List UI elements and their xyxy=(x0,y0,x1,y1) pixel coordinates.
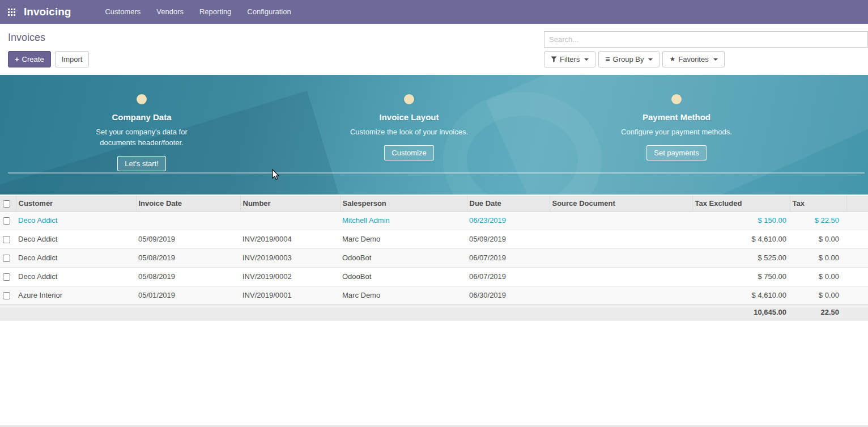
onboarding-step-payment-method: Payment Method Configure your payment me… xyxy=(543,94,810,171)
search-input[interactable] xyxy=(544,31,868,48)
filter-icon xyxy=(551,56,557,62)
onboarding-step-invoice-layout: Invoice Layout Customize the look of you… xyxy=(275,94,543,171)
row-spacer xyxy=(846,230,868,248)
step-title: Invoice Layout xyxy=(379,112,439,122)
cell-invoice-date: 05/09/2019 xyxy=(136,230,240,248)
group-by-button[interactable]: ≡ Group By xyxy=(598,51,659,67)
cell-salesperson: OdooBot xyxy=(340,248,467,267)
cell-tax: $ 0.00 xyxy=(790,267,846,286)
col-source-document[interactable]: Source Document xyxy=(550,196,692,211)
cell-source-document xyxy=(550,211,692,230)
step-dot xyxy=(671,94,682,104)
cell-tax-excluded: $ 525.00 xyxy=(692,248,790,267)
row-checkbox[interactable] xyxy=(3,217,10,225)
col-tax[interactable]: Tax xyxy=(790,196,846,211)
invoice-table: Customer Invoice Date Number Salesperson… xyxy=(0,196,868,320)
step-title: Company Data xyxy=(112,112,171,122)
onboarding-panel: Company Data Set your company's data for… xyxy=(0,75,868,195)
apps-menu-button[interactable] xyxy=(0,0,23,24)
search-options-row: Filters ≡ Group By ★ Favorites xyxy=(544,51,868,67)
cell-tax: $ 0.00 xyxy=(790,230,846,248)
invoice-row[interactable]: Azure Interior 05/01/2019 INV/2019/0001 … xyxy=(0,286,868,305)
row-checkbox[interactable] xyxy=(3,273,10,281)
cell-source-document xyxy=(550,248,692,267)
cell-due-date: 06/23/2019 xyxy=(467,211,550,230)
col-invoice-date[interactable]: Invoice Date xyxy=(136,196,240,211)
favorites-button[interactable]: ★ Favorites xyxy=(662,51,724,67)
onboarding-step-company-data: Company Data Set your company's data for… xyxy=(8,94,275,171)
cell-select xyxy=(0,267,16,286)
row-checkbox[interactable] xyxy=(3,236,10,243)
row-spacer xyxy=(846,267,868,286)
import-button[interactable]: Import xyxy=(55,51,90,67)
filters-button[interactable]: Filters xyxy=(544,51,595,67)
cell-customer: Azure Interior xyxy=(16,286,136,305)
app-title[interactable]: Invoicing xyxy=(24,6,71,18)
cell-tax-excluded: $ 750.00 xyxy=(692,267,790,286)
create-button-label: Create xyxy=(22,54,44,64)
totals-row: 10,645.00 22.50 xyxy=(0,305,868,320)
row-spacer xyxy=(846,248,868,267)
group-by-icon: ≡ xyxy=(605,56,610,63)
cell-source-document xyxy=(550,230,692,248)
group-by-button-label: Group By xyxy=(613,54,644,64)
cell-tax: $ 0.00 xyxy=(790,248,846,267)
col-tax-excluded[interactable]: Tax Excluded xyxy=(692,196,790,211)
navbar-menus: Customers Vendors Reporting Configuratio… xyxy=(97,0,299,24)
cell-due-date: 05/09/2019 xyxy=(467,230,550,248)
create-button[interactable]: + Create xyxy=(8,51,51,67)
cell-number: INV/2019/0001 xyxy=(240,286,340,305)
step-dot xyxy=(137,94,147,104)
chevron-down-icon xyxy=(648,58,653,61)
menu-vendors[interactable]: Vendors xyxy=(148,0,192,24)
invoice-row[interactable]: Deco Addict 05/08/2019 INV/2019/0003 Odo… xyxy=(0,248,868,267)
cell-tax-excluded: $ 4,610.00 xyxy=(692,230,790,248)
cell-number xyxy=(240,211,340,230)
menu-customers[interactable]: Customers xyxy=(97,0,148,24)
company-data-button[interactable]: Let's start! xyxy=(117,156,166,171)
total-tax: 22.50 xyxy=(790,305,846,320)
table-header-row: Customer Invoice Date Number Salesperson… xyxy=(0,196,868,211)
customize-layout-button[interactable]: Customize xyxy=(384,145,433,160)
step-title: Payment Method xyxy=(643,112,710,122)
menu-configuration[interactable]: Configuration xyxy=(239,0,299,24)
col-number[interactable]: Number xyxy=(240,196,340,211)
cell-due-date: 06/07/2019 xyxy=(467,248,550,267)
col-due-date[interactable]: Due Date xyxy=(467,196,550,211)
row-spacer xyxy=(846,211,868,230)
row-spacer xyxy=(846,286,868,305)
filters-button-label: Filters xyxy=(560,54,580,64)
invoice-row[interactable]: Deco Addict 05/09/2019 INV/2019/0004 Mar… xyxy=(0,230,868,248)
select-all-checkbox[interactable] xyxy=(3,200,10,208)
invoice-row[interactable]: Deco Addict 05/08/2019 INV/2019/0002 Odo… xyxy=(0,267,868,286)
cell-number: INV/2019/0004 xyxy=(240,230,340,248)
row-checkbox[interactable] xyxy=(3,292,10,299)
cell-customer: Deco Addict xyxy=(16,267,136,286)
cell-salesperson: OdooBot xyxy=(340,267,467,286)
invoice-row[interactable]: Deco Addict Mitchell Admin 06/23/2019 $ … xyxy=(0,211,868,230)
onboarding-progress-line xyxy=(8,172,865,174)
cell-due-date: 06/07/2019 xyxy=(467,267,550,286)
apps-grid-icon xyxy=(8,9,15,16)
import-button-label: Import xyxy=(62,54,83,64)
row-checkbox[interactable] xyxy=(3,255,10,262)
cell-source-document xyxy=(550,267,692,286)
cell-invoice-date: 05/08/2019 xyxy=(136,248,240,267)
cell-due-date: 06/30/2019 xyxy=(467,286,550,305)
cell-salesperson: Mitchell Admin xyxy=(340,211,467,230)
step-description: Set your company's data for documents he… xyxy=(82,126,201,148)
cell-invoice-date: 05/01/2019 xyxy=(136,286,240,305)
cell-salesperson: Marc Demo xyxy=(340,230,467,248)
step-description: Customize the look of your invoices. xyxy=(350,126,468,137)
cell-customer: Deco Addict xyxy=(16,211,136,230)
set-payments-button[interactable]: Set payments xyxy=(646,145,707,160)
cell-tax-excluded: $ 150.00 xyxy=(692,211,790,230)
star-icon: ★ xyxy=(669,54,675,64)
cell-select xyxy=(0,248,16,267)
col-customer[interactable]: Customer xyxy=(16,196,136,211)
cell-source-document xyxy=(550,286,692,305)
chevron-down-icon xyxy=(713,58,718,61)
plus-icon: + xyxy=(15,54,19,64)
menu-reporting[interactable]: Reporting xyxy=(192,0,239,24)
col-salesperson[interactable]: Salesperson xyxy=(340,196,467,211)
